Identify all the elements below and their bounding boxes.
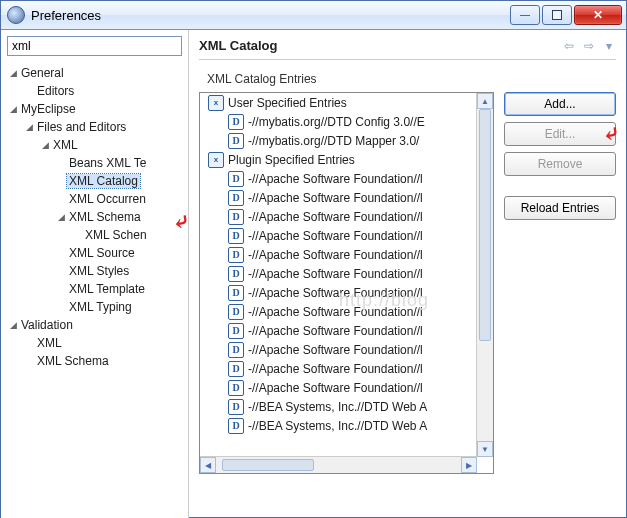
catalog-entry-label: -//Apache Software Foundation//l	[248, 343, 423, 357]
catalog-entry-label: -//Apache Software Foundation//l	[248, 286, 423, 300]
catalog-group-label: Plugin Specified Entries	[228, 153, 355, 167]
catalog-entry-label: -//Apache Software Foundation//l	[248, 267, 423, 281]
button-column: Add... Edit... Remove Reload Entries	[504, 92, 616, 514]
catalog-entry-label: -//Apache Software Foundation//l	[248, 248, 423, 262]
tree-item-label: XML Typing	[67, 300, 134, 314]
reload-entries-button[interactable]: Reload Entries	[504, 196, 616, 220]
tree-item[interactable]: XML Occurren	[1, 190, 188, 208]
tree-expander-icon[interactable]: ◢	[23, 122, 35, 132]
maximize-icon	[552, 10, 562, 20]
tree-item-label: XML Template	[67, 282, 147, 296]
scroll-left-button[interactable]: ◀	[200, 457, 216, 473]
filter-input[interactable]	[7, 36, 182, 56]
dtd-entry-icon: D	[228, 228, 244, 244]
tree-item[interactable]: ◢General	[1, 64, 188, 82]
tree-item[interactable]: ◢MyEclipse	[1, 100, 188, 118]
tree-item[interactable]: Beans XML Te	[1, 154, 188, 172]
catalog-entry-label: -//mybatis.org//DTD Mapper 3.0/	[248, 134, 419, 148]
catalog-list[interactable]: xUser Specified EntriesD-//mybatis.org//…	[199, 92, 494, 474]
catalog-entry[interactable]: D-//Apache Software Foundation//l	[200, 321, 477, 340]
catalog-entry[interactable]: D-//mybatis.org//DTD Mapper 3.0/	[200, 131, 477, 150]
remove-button[interactable]: Remove	[504, 152, 616, 176]
tree-item[interactable]: XML Typing	[1, 298, 188, 316]
edit-button[interactable]: Edit...	[504, 122, 616, 146]
catalog-entry-label: -//Apache Software Foundation//l	[248, 229, 423, 243]
minimize-button[interactable]: —	[510, 5, 540, 25]
close-button[interactable]: ✕	[574, 5, 622, 25]
tree-item-label: XML	[51, 138, 80, 152]
tree-item-label: Editors	[35, 84, 76, 98]
catalog-entry[interactable]: D-//Apache Software Foundation//l	[200, 226, 477, 245]
tree-expander-icon[interactable]: ◢	[7, 68, 19, 78]
catalog-entry[interactable]: D-//Apache Software Foundation//l	[200, 188, 477, 207]
right-pane-header: XML Catalog ⇦ ⇨ ▾	[199, 38, 616, 60]
catalog-group[interactable]: xUser Specified Entries	[200, 93, 477, 112]
tree-item[interactable]: XML	[1, 334, 188, 352]
scroll-up-button[interactable]: ▲	[477, 93, 493, 109]
filter-wrap	[1, 30, 188, 62]
catalog-entry[interactable]: D-//Apache Software Foundation//l	[200, 264, 477, 283]
catalog-entry-label: -//Apache Software Foundation//l	[248, 362, 423, 376]
maximize-button[interactable]	[542, 5, 572, 25]
tree-item[interactable]: ◢XML Schema	[1, 208, 188, 226]
tree-item-label: XML	[35, 336, 64, 350]
tree-item[interactable]: XML Catalog	[1, 172, 188, 190]
catalog-entry-label: -//Apache Software Foundation//l	[248, 210, 423, 224]
tree-item[interactable]: ◢Validation	[1, 316, 188, 334]
tree-expander-icon[interactable]: ◢	[55, 212, 67, 222]
scrollbar-horizontal[interactable]: ◀ ▶	[200, 456, 477, 473]
catalog-entry[interactable]: D-//BEA Systems, Inc.//DTD Web A	[200, 416, 477, 435]
dtd-entry-icon: D	[228, 323, 244, 339]
nav-menu-button[interactable]: ▾	[602, 39, 616, 53]
tree-item[interactable]: ◢XML	[1, 136, 188, 154]
dtd-entry-icon: D	[228, 133, 244, 149]
catalog-entry[interactable]: D-//Apache Software Foundation//l	[200, 245, 477, 264]
dtd-entry-icon: D	[228, 342, 244, 358]
tree-item[interactable]: XML Source	[1, 244, 188, 262]
preferences-tree[interactable]: ◢GeneralEditors◢MyEclipse◢Files and Edit…	[1, 62, 188, 518]
catalog-entry[interactable]: D-//mybatis.org//DTD Config 3.0//E	[200, 112, 477, 131]
xml-catalog-icon: x	[208, 95, 224, 111]
tree-item-label: XML Source	[67, 246, 137, 260]
minimize-icon: —	[520, 10, 530, 20]
tree-item-label: XML Schema	[67, 210, 143, 224]
preferences-window: Preferences — ✕ ◢GeneralEditors◢MyEclips…	[0, 0, 627, 518]
add-button[interactable]: Add...	[504, 92, 616, 116]
tree-item-label: General	[19, 66, 66, 80]
tree-item[interactable]: ◢Files and Editors	[1, 118, 188, 136]
tree-expander-icon[interactable]: ◢	[39, 140, 51, 150]
scroll-right-button[interactable]: ▶	[461, 457, 477, 473]
scroll-down-button[interactable]: ▼	[477, 441, 493, 457]
scroll-thumb-horizontal[interactable]	[222, 459, 314, 471]
left-pane: ◢GeneralEditors◢MyEclipse◢Files and Edit…	[1, 30, 189, 518]
tree-expander-icon[interactable]: ◢	[7, 104, 19, 114]
nav-forward-button[interactable]: ⇨	[582, 39, 596, 53]
tree-item[interactable]: XML Template	[1, 280, 188, 298]
dtd-entry-icon: D	[228, 399, 244, 415]
catalog-entry[interactable]: D-//Apache Software Foundation//l	[200, 340, 477, 359]
catalog-entry[interactable]: D-//Apache Software Foundation//l	[200, 207, 477, 226]
header-nav: ⇦ ⇨ ▾	[562, 39, 616, 53]
catalog-group[interactable]: xPlugin Specified Entries	[200, 150, 477, 169]
app-icon	[7, 6, 25, 24]
catalog-entry[interactable]: D-//BEA Systems, Inc.//DTD Web A	[200, 397, 477, 416]
tree-item[interactable]: XML Styles	[1, 262, 188, 280]
catalog-entry[interactable]: D-//Apache Software Foundation//l	[200, 302, 477, 321]
tree-item[interactable]: XML Schen	[1, 226, 188, 244]
scroll-thumb-vertical[interactable]	[479, 109, 491, 341]
catalog-entry[interactable]: D-//Apache Software Foundation//l	[200, 169, 477, 188]
catalog-entry[interactable]: D-//Apache Software Foundation//l	[200, 283, 477, 302]
dtd-entry-icon: D	[228, 361, 244, 377]
tree-item-label: XML Styles	[67, 264, 131, 278]
window-title: Preferences	[31, 8, 508, 23]
scrollbar-vertical[interactable]: ▲ ▼	[476, 93, 493, 457]
catalog-entry[interactable]: D-//Apache Software Foundation//l	[200, 378, 477, 397]
tree-item[interactable]: Editors	[1, 82, 188, 100]
catalog-group-label: User Specified Entries	[228, 96, 347, 110]
catalog-entry-label: -//BEA Systems, Inc.//DTD Web A	[248, 419, 427, 433]
catalog-entry[interactable]: D-//Apache Software Foundation//l	[200, 359, 477, 378]
nav-back-button[interactable]: ⇦	[562, 39, 576, 53]
tree-item[interactable]: XML Schema	[1, 352, 188, 370]
tree-expander-icon[interactable]: ◢	[7, 320, 19, 330]
tree-item-label: XML Occurren	[67, 192, 148, 206]
